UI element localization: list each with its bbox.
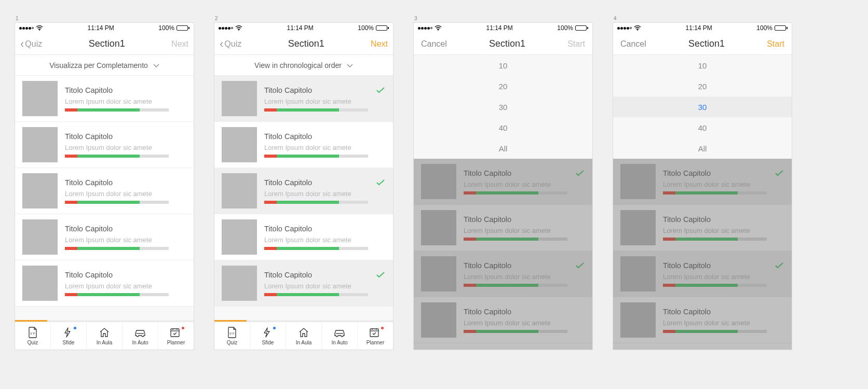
- chapter-title: Titolo Capitolo: [264, 86, 386, 94]
- status-time: 11:14 PM: [486, 24, 512, 32]
- tab-quiz[interactable]: V F Quiz: [15, 322, 50, 350]
- wifi-icon: [634, 25, 641, 31]
- bolt-icon: [262, 327, 275, 338]
- picker-title: Section1: [489, 38, 525, 49]
- signal-dots: [19, 27, 34, 30]
- chevron-left-icon: ‹: [20, 38, 24, 50]
- nav-bar: ‹ Quiz Section1 Next: [15, 33, 194, 55]
- list-area[interactable]: Titolo Capitolo Lorem Ipsum dolor sic am…: [214, 76, 393, 320]
- battery-percent: 100%: [358, 24, 374, 32]
- chapter-subtitle: Lorem Ipsum dolor sic amete: [264, 282, 386, 290]
- list-item[interactable]: Titolo Capitolo Lorem Ipsum dolor sic am…: [15, 214, 194, 260]
- tab-in auto[interactable]: In Auto: [321, 322, 357, 350]
- status-bar: 11:14 PM 100%: [613, 23, 792, 33]
- status-time: 11:14 PM: [685, 24, 712, 32]
- filter-dropdown[interactable]: Visualizza per Completamento: [15, 55, 194, 76]
- car-icon: [133, 327, 147, 338]
- list-item[interactable]: Titolo Capitolo Lorem Ipsum dolor sic am…: [214, 168, 393, 214]
- list-item[interactable]: Titolo Capitolo Lorem Ipsum dolor sic am…: [15, 76, 194, 122]
- next-button[interactable]: Next: [371, 39, 388, 49]
- chapter-title: Titolo Capitolo: [264, 178, 386, 187]
- start-button[interactable]: Start: [567, 39, 585, 49]
- chapter-title: Titolo Capitolo: [65, 225, 186, 233]
- back-button[interactable]: ‹ Quiz: [20, 38, 42, 50]
- list-item[interactable]: Titolo Capitolo Lorem Ipsum dolor sic am…: [214, 260, 393, 307]
- picker-option[interactable]: 40: [613, 117, 792, 138]
- check-icon: [376, 177, 385, 188]
- tab-label: In Aula: [97, 340, 113, 345]
- dim-layer: [613, 159, 792, 350]
- chapter-subtitle: Lorem Ipsum dolor sic amete: [264, 98, 386, 105]
- mobile-screen: 11:14 PM 100% ‹ Quiz Section1 Next View …: [413, 22, 593, 350]
- picker-option[interactable]: 40: [414, 117, 592, 138]
- progress-bar: [65, 247, 169, 250]
- tab-bar: V F Quiz Sfide In Aula: [214, 322, 393, 350]
- thumbnail: [22, 266, 58, 301]
- chapter-title: Titolo Capitolo: [264, 271, 386, 279]
- picker-option[interactable]: 30: [414, 96, 592, 117]
- picker-overlay: 11:14 PM 100% Cancel Section1 Start 1020…: [613, 23, 792, 350]
- progress-bar: [264, 293, 368, 296]
- picker-option[interactable]: 10: [414, 55, 592, 76]
- picker-sheet: 11:14 PM 100% Cancel Section1 Start 1020…: [414, 23, 592, 159]
- list-item[interactable]: Titolo Capitolo Lorem Ipsum dolor sic am…: [15, 168, 194, 214]
- wifi-icon: [235, 25, 242, 31]
- list-item[interactable]: Titolo Capitolo Lorem Ipsum dolor sic am…: [214, 76, 393, 122]
- badge-dot: [273, 327, 276, 329]
- progress-bar: [65, 108, 169, 112]
- chapter-subtitle: Lorem Ipsum dolor sic amete: [264, 144, 386, 151]
- cancel-button[interactable]: Cancel: [620, 39, 646, 49]
- tab-planner[interactable]: Planner: [158, 322, 194, 350]
- tab-label: Planner: [367, 340, 384, 345]
- thumbnail: [222, 173, 257, 209]
- svg-point-0: [39, 30, 40, 31]
- chapter-subtitle: Lorem Ipsum dolor sic amete: [65, 144, 186, 151]
- battery-percent: 100%: [756, 24, 772, 32]
- back-label: Quiz: [224, 39, 241, 49]
- filter-dropdown[interactable]: View in chronological order: [214, 55, 393, 76]
- bottom-progress: [15, 320, 194, 322]
- back-label: Quiz: [25, 39, 42, 49]
- chapter-subtitle: Lorem Ipsum dolor sic amete: [65, 236, 186, 244]
- tab-in auto[interactable]: In Auto: [122, 322, 158, 350]
- tab-sfide[interactable]: Sfide: [50, 322, 86, 350]
- picker-option[interactable]: 20: [414, 76, 592, 96]
- picker-option[interactable]: All: [414, 138, 592, 159]
- nav-title: Section1: [89, 38, 125, 49]
- start-button[interactable]: Start: [767, 39, 784, 49]
- picker-option[interactable]: 30: [613, 96, 792, 117]
- battery-percent: 100%: [557, 24, 573, 32]
- list-item[interactable]: Titolo Capitolo Lorem Ipsum dolor sic am…: [214, 214, 393, 260]
- list-item[interactable]: Titolo Capitolo Lorem Ipsum dolor sic am…: [15, 122, 194, 168]
- picker-sheet: 11:14 PM 100% Cancel Section1 Start 1020…: [613, 23, 792, 159]
- list-area[interactable]: Titolo Capitolo Lorem Ipsum dolor sic am…: [15, 76, 194, 320]
- picker-option[interactable]: 20: [613, 76, 792, 96]
- chapter-title: Titolo Capitolo: [65, 86, 186, 94]
- thumbnail: [22, 219, 58, 255]
- tab-in aula[interactable]: In Aula: [86, 322, 122, 350]
- tab-quiz[interactable]: V F Quiz: [214, 322, 250, 350]
- tab-sfide[interactable]: Sfide: [250, 322, 286, 350]
- bottom-progress: [214, 320, 393, 322]
- nav-bar: ‹ Quiz Section1 Next: [214, 33, 393, 55]
- list-item[interactable]: Titolo Capitolo Lorem Ipsum dolor sic am…: [15, 260, 194, 307]
- progress-bar: [65, 155, 169, 158]
- cancel-button[interactable]: Cancel: [421, 39, 447, 49]
- progress-bar: [65, 201, 169, 204]
- mobile-screen: 11:14 PM 100% ‹ Quiz Section1 Next Visua…: [15, 22, 194, 350]
- picker-option[interactable]: 10: [613, 55, 792, 76]
- check-icon: [376, 85, 385, 96]
- thumbnail: [222, 127, 257, 162]
- tab-label: In Auto: [331, 340, 347, 345]
- mobile-screen: 11:14 PM 100% ‹ Quiz Section1 Next View …: [214, 22, 394, 350]
- progress-bar: [65, 293, 169, 296]
- tab-planner[interactable]: Planner: [357, 322, 393, 350]
- home-icon: [99, 327, 110, 338]
- next-button[interactable]: Next: [171, 39, 188, 49]
- back-button[interactable]: ‹ Quiz: [220, 38, 241, 50]
- mobile-screen: 11:14 PM 100% ‹ Quiz Section1 Next View …: [613, 22, 792, 350]
- picker-option[interactable]: All: [613, 138, 792, 159]
- tab-in aula[interactable]: In Aula: [286, 322, 321, 350]
- nav-title: Section1: [288, 38, 324, 49]
- list-item[interactable]: Titolo Capitolo Lorem Ipsum dolor sic am…: [214, 122, 393, 168]
